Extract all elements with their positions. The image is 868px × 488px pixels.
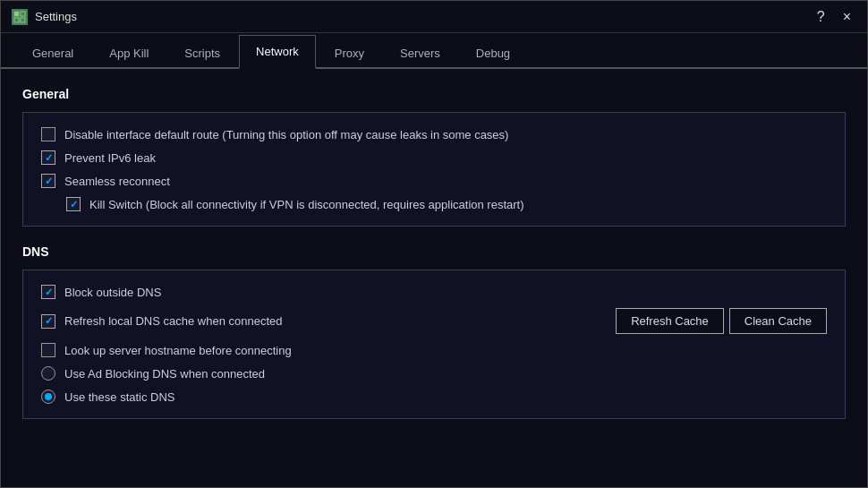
tab-proxy[interactable]: Proxy [318,37,381,69]
refresh-cache-button[interactable]: Refresh Cache [616,308,724,334]
checkbox-refresh-local-dns[interactable] [41,314,55,329]
option-refresh-local-dns: Refresh local DNS cache when connected R… [41,308,827,334]
close-button[interactable]: × [838,10,856,24]
checkbox-seamless-reconnect[interactable] [41,174,55,188]
dns-section-box: Block outside DNS Refresh local DNS cach… [22,270,846,419]
option-block-outside-dns: Block outside DNS [41,285,827,299]
window-controls: ? × [812,10,856,24]
label-disable-default-route: Disable interface default route (Turning… [64,128,827,141]
radio-use-static-dns[interactable] [41,390,55,404]
help-button[interactable]: ? [812,10,830,24]
clean-cache-button[interactable]: Clean Cache [729,308,827,334]
checkbox-disable-default-route[interactable] [41,127,55,141]
title-bar: Settings ? × [1,1,867,33]
option-kill-switch: Kill Switch (Block all connectivity if V… [66,197,827,211]
label-kill-switch: Kill Switch (Block all connectivity if V… [89,198,827,211]
settings-window: Settings ? × General App Kill Scripts Ne… [0,0,868,488]
tab-app-kill[interactable]: App Kill [92,37,166,69]
checkbox-lookup-server-hostname[interactable] [41,343,55,357]
label-prevent-ipv6-leak: Prevent IPv6 leak [64,151,827,165]
option-lookup-server-hostname: Look up server hostname before connectin… [41,343,827,357]
tab-general[interactable]: General [15,37,90,69]
option-seamless-reconnect: Seamless reconnect [41,174,827,188]
label-lookup-server-hostname: Look up server hostname before connectin… [64,344,827,357]
checkbox-block-outside-dns[interactable] [41,285,55,299]
label-refresh-local-dns: Refresh local DNS cache when connected [64,314,616,328]
option-use-static-dns: Use these static DNS [41,390,827,404]
svg-rect-2 [14,18,19,22]
label-use-static-dns: Use these static DNS [64,390,827,404]
general-section-box: Disable interface default route (Turning… [22,112,846,227]
app-icon [12,9,28,25]
content-area: General Disable interface default route … [1,69,867,487]
svg-rect-1 [21,12,25,16]
option-use-ad-blocking-dns: Use Ad Blocking DNS when connected [41,366,827,381]
label-seamless-reconnect: Seamless reconnect [64,175,827,188]
tab-network[interactable]: Network [239,35,316,69]
general-section-title: General [22,87,846,101]
svg-rect-0 [14,12,19,16]
option-prevent-ipv6-leak: Prevent IPv6 leak [41,150,827,165]
checkbox-kill-switch[interactable] [66,197,81,211]
svg-rect-3 [21,18,25,22]
tab-bar: General App Kill Scripts Network Proxy S… [1,33,867,69]
window-title: Settings [35,10,812,23]
tab-scripts[interactable]: Scripts [167,37,237,69]
dns-section-title: DNS [22,244,846,259]
option-disable-default-route: Disable interface default route (Turning… [41,127,827,141]
dns-buttons: Refresh Cache Clean Cache [616,308,827,334]
tab-servers[interactable]: Servers [383,37,457,69]
checkbox-prevent-ipv6-leak[interactable] [41,150,55,165]
label-use-ad-blocking-dns: Use Ad Blocking DNS when connected [64,367,827,381]
radio-use-ad-blocking-dns[interactable] [41,366,55,381]
label-block-outside-dns: Block outside DNS [64,286,827,299]
tab-debug[interactable]: Debug [459,37,527,69]
